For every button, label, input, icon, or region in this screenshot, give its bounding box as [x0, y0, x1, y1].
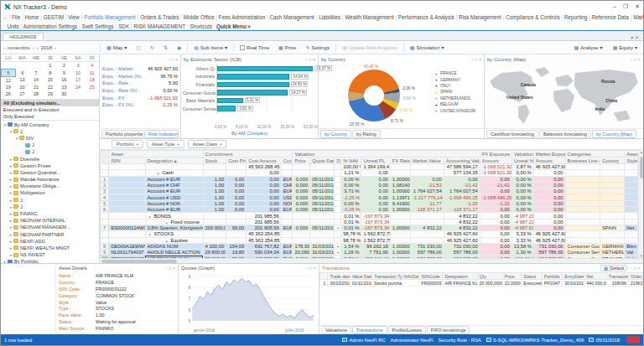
grid-cell[interactable]: EUR	[281, 188, 293, 194]
grid-cell[interactable]: 05/11/2018	[310, 200, 335, 206]
column-header-stock[interactable]: Stock	[203, 158, 226, 164]
grid-cell[interactable]: 0,00	[361, 207, 390, 213]
close-panel-icon[interactable]: ×	[479, 57, 481, 62]
grid-cell[interactable]: 0,00	[226, 188, 247, 194]
grid-cell[interactable]: 0,00	[361, 194, 390, 200]
grid-cell[interactable]: Account # CHF	[145, 182, 203, 188]
grid-cell[interactable]	[565, 231, 600, 237]
maximize-panel-icon[interactable]: □	[309, 57, 311, 62]
grid-cell[interactable]: 29 800,00	[203, 250, 226, 256]
grid-cell[interactable]	[600, 164, 624, 170]
grid-cell[interactable]: 1,08140	[390, 182, 410, 188]
grid-cell[interactable]: 1,21 %	[341, 170, 361, 176]
calendar-day[interactable]: 21	[29, 84, 44, 90]
update-risk-analytics-button[interactable]: ▦Update Risk Analytics	[339, 43, 401, 52]
grid-cell[interactable]	[411, 237, 444, 243]
grid-cell[interactable]: 0,00	[533, 219, 565, 225]
grid-cell[interactable]	[281, 237, 293, 243]
grid-cell[interactable]: 0,00	[247, 170, 281, 176]
menu-item-file[interactable]: File	[8, 14, 22, 20]
grid-cell[interactable]: 1,00	[203, 207, 226, 213]
grid-cell[interactable]	[310, 170, 335, 176]
grid-cell[interactable]	[335, 170, 341, 176]
grid-cell[interactable]	[600, 231, 624, 237]
calendar-day[interactable]: 8	[43, 69, 57, 76]
scrollbar-thumb[interactable]	[640, 157, 643, 178]
tx-column-isincode[interactable]: ISINCode	[419, 273, 443, 280]
grid-cell[interactable]: 98,78 %	[341, 231, 361, 237]
map-tab-cashflow-forecasting[interactable]: Cashflow forecasting	[486, 130, 538, 138]
grid-cell[interactable]: 0,00	[533, 213, 565, 219]
grid-cell[interactable]	[226, 213, 247, 219]
grid-cell[interactable]	[109, 176, 145, 182]
grid-cell[interactable]	[335, 176, 341, 182]
table-group-row[interactable]: ▴ Equities45 363 254,8598,78 %1 562 872,…	[101, 237, 638, 243]
country-tab-by-country[interactable]: by Country	[320, 130, 351, 138]
grid-cell[interactable]: 4 832,22	[444, 225, 480, 230]
menu-item-home[interactable]: Home	[21, 14, 39, 20]
grid-cell[interactable]: 05/11/2018	[310, 182, 335, 188]
table-group-row[interactable]: ▴ Cash0,001,21 %0,00577 134,35-1 068 521…	[101, 170, 638, 176]
grid-cell[interactable]: 0,00 %	[512, 194, 533, 200]
grid-cell[interactable]: 1,00000	[390, 243, 410, 249]
settings-button[interactable]: ✎Settings	[302, 43, 333, 52]
menu-item-reference-data[interactable]: Reference Data	[588, 14, 630, 20]
calendar-day[interactable]: 2	[57, 62, 71, 70]
grid-cell[interactable]	[310, 213, 335, 219]
grid-cell[interactable]	[411, 219, 444, 225]
grid-cell[interactable]: 1,54 %	[341, 243, 361, 249]
grid-cell[interactable]: Account # NOK	[145, 200, 203, 206]
grid-cell[interactable]: 0,00	[247, 194, 281, 200]
grid-cell[interactable]: 0,00	[226, 200, 247, 206]
grid-cell[interactable]: 0,00 %	[512, 182, 533, 188]
grid-cell[interactable]	[226, 231, 247, 237]
grid-cell[interactable]	[109, 231, 145, 237]
grid-cell[interactable]: 178,300	[293, 243, 310, 249]
menu-item-fees-administration[interactable]: Fees Administration	[215, 14, 266, 20]
legend-item-netherlands[interactable]: ►NETHERLANDS	[434, 96, 484, 101]
grid-cell[interactable]	[293, 213, 310, 219]
pin-icon[interactable]: ▫	[168, 57, 169, 62]
grid-cell[interactable]: 0,01 %	[341, 213, 361, 219]
grid-cell[interactable]	[565, 188, 600, 194]
layout-button[interactable]: ▢	[132, 43, 144, 52]
grid-cell[interactable]: DE000A1EWWW0	[109, 243, 145, 249]
grid-cell[interactable]: EUR	[281, 250, 293, 256]
grid-cell[interactable]: 46 925 427,60	[533, 237, 565, 243]
calendar-day[interactable]: 23	[57, 84, 71, 90]
execution-filter-only-executed[interactable]: Only Executed	[1, 113, 99, 120]
grid-cell[interactable]: 0,000	[293, 176, 310, 182]
calendar-day[interactable]	[29, 62, 44, 70]
column-header-dt[interactable]: DT	[335, 158, 341, 164]
tx-column-designation[interactable]: Designation	[443, 273, 477, 280]
tree-item-neonam-partner[interactable]: ▸NEONAM PARTNER	[1, 231, 99, 238]
menu-item-wealth-management[interactable]: Wealth Management	[341, 14, 394, 20]
tx-column-navdate[interactable]: NAVDate	[402, 273, 419, 280]
grid-cell[interactable]: 590 034,34	[247, 250, 281, 256]
grid-cell[interactable]: Account # USD	[145, 194, 203, 200]
calendar-day[interactable]: 3	[71, 62, 86, 70]
tx-column-price[interactable]: Price	[502, 273, 522, 280]
grid-cell[interactable]: 731 030,00	[533, 243, 565, 249]
grid-cell[interactable]	[565, 176, 600, 182]
grid-cell[interactable]: 0,00	[247, 176, 281, 182]
grid-cell[interactable]: 731 030,00	[444, 243, 480, 249]
grid-cell[interactable]	[109, 237, 145, 243]
grid-cell[interactable]: 0,00	[480, 237, 512, 243]
calendar-day[interactable]: 5	[2, 69, 16, 76]
grid-cell[interactable]	[293, 164, 310, 170]
close-panel-icon[interactable]: ×	[175, 57, 178, 62]
grid-cell[interactable]	[226, 170, 247, 176]
prev-year-button[interactable]: ‹	[37, 45, 39, 50]
grid-cell[interactable]: NETHERLA...	[600, 250, 624, 256]
tree-item-by-am-company[interactable]: ▾By AM Company	[1, 121, 99, 128]
grid-cell[interactable]: 4 100,00	[203, 243, 226, 249]
calendar-day[interactable]: 24	[71, 84, 86, 90]
grid-cell[interactable]: 31/03/2017	[310, 250, 335, 256]
grid-cell[interactable]	[310, 219, 335, 225]
grid-cell[interactable]: EUR	[281, 207, 293, 213]
grid-cell[interactable]: 100,00 %	[341, 164, 361, 170]
grid-cell[interactable]: 1 764 027,54	[444, 188, 480, 194]
grid-cell[interactable]	[203, 170, 226, 176]
calendar-day[interactable]: 13	[15, 76, 29, 84]
